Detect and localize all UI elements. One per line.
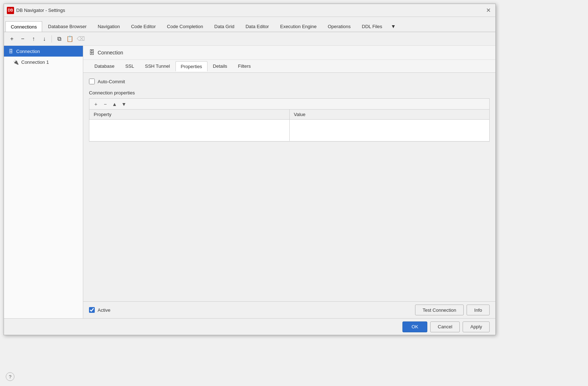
prop-add-button[interactable]: + [92, 100, 100, 108]
app-icon: DB [7, 7, 14, 14]
inner-tab-filters[interactable]: Filters [233, 61, 256, 71]
active-checkbox-row: Active [89, 307, 412, 313]
toolbar: + − ↑ ↓ ⧉ 📋 ⌫ [4, 32, 495, 46]
prop-move-up-button[interactable]: ▲ [110, 100, 119, 108]
bottom-bar: Active Test Connection Info [83, 301, 495, 318]
paste-button[interactable]: 📋 [65, 34, 75, 44]
window-title: DB Navigator - Settings [16, 8, 484, 13]
add-button[interactable]: + [7, 34, 17, 44]
help-button[interactable]: ? [6, 372, 14, 381]
main-content: 🗄 Connection 🔌 Connection 1 🗄 Connection… [4, 46, 495, 318]
active-label[interactable]: Active [98, 307, 110, 313]
section-label: Connection properties [89, 90, 490, 96]
test-connection-button[interactable]: Test Connection [415, 305, 464, 315]
properties-toolbar: + − ▲ ▼ [89, 99, 489, 110]
connection-header-title: Connection [98, 50, 123, 56]
value-column-header: Value [289, 110, 489, 120]
properties-container: + − ▲ ▼ Property Value [89, 98, 490, 142]
title-bar: DB DB Navigator - Settings ✕ [4, 4, 495, 17]
sidebar-item-connection1[interactable]: 🔌 Connection 1 [4, 57, 83, 67]
inner-tab-database[interactable]: Database [89, 61, 120, 71]
tab-navigation[interactable]: Navigation [92, 21, 125, 32]
tab-data-editor[interactable]: Data Editor [240, 21, 274, 32]
inner-tab-properties[interactable]: Properties [175, 61, 208, 71]
apply-button[interactable]: Apply [463, 321, 490, 332]
property-column-header: Property [89, 110, 289, 120]
prop-move-down-button[interactable]: ▼ [120, 100, 128, 108]
tab-ddl-files[interactable]: DDL Files [356, 21, 388, 32]
inner-tab-details[interactable]: Details [208, 61, 233, 71]
bottom-right-buttons: Test Connection Info [415, 305, 490, 315]
info-button[interactable]: Info [467, 305, 490, 315]
active-checkbox[interactable] [89, 307, 95, 313]
tab-connections[interactable]: Connections [5, 21, 42, 32]
empty-row [89, 120, 489, 141]
connection-header-icon: 🗄 [89, 49, 95, 56]
tab-bar: Connections Database Browser Navigation … [4, 17, 495, 32]
close-button[interactable]: ✕ [484, 6, 493, 15]
move-down-button[interactable]: ↓ [39, 34, 49, 44]
remove-button[interactable]: − [18, 34, 28, 44]
panel-content: Auto-Commit Connection properties + − ▲ … [83, 73, 495, 301]
inner-tab-bar: Database SSL SSH Tunnel Properties Detai… [83, 60, 495, 73]
auto-commit-row: Auto-Commit [89, 79, 490, 84]
auto-commit-label[interactable]: Auto-Commit [98, 79, 125, 84]
tab-overflow-button[interactable]: ▼ [388, 21, 399, 32]
inner-tab-ssl[interactable]: SSL [120, 61, 140, 71]
sidebar: 🗄 Connection 🔌 Connection 1 [4, 46, 83, 318]
sidebar-item-connection1-label: Connection 1 [21, 59, 49, 65]
copy-button[interactable]: ⧉ [54, 34, 64, 44]
prop-remove-button[interactable]: − [101, 100, 110, 108]
toolbar-separator [52, 35, 52, 43]
sidebar-item-connection[interactable]: 🗄 Connection [4, 46, 83, 57]
ok-button[interactable]: OK [402, 321, 427, 332]
right-panel: 🗄 Connection Database SSL SSH Tunnel Pro… [83, 46, 495, 318]
auto-commit-checkbox[interactable] [89, 79, 95, 84]
app-icon-text: DB [8, 8, 13, 12]
tab-execution-engine[interactable]: Execution Engine [275, 21, 322, 32]
dialog-footer: OK Cancel Apply [4, 318, 495, 335]
move-up-button[interactable]: ↑ [28, 34, 39, 44]
tab-code-editor[interactable]: Code Editor [126, 21, 161, 32]
connection1-icon: 🔌 [13, 59, 19, 65]
properties-table: Property Value [89, 110, 489, 141]
tab-data-grid[interactable]: Data Grid [209, 21, 240, 32]
delete-button[interactable]: ⌫ [76, 34, 86, 44]
connection-icon: 🗄 [8, 48, 14, 54]
cancel-button[interactable]: Cancel [430, 321, 460, 332]
tab-code-completion[interactable]: Code Completion [161, 21, 208, 32]
tab-operations[interactable]: Operations [322, 21, 356, 32]
sidebar-item-connection-label: Connection [16, 49, 40, 54]
inner-tab-ssh-tunnel[interactable]: SSH Tunnel [139, 61, 175, 71]
tab-database-browser[interactable]: Database Browser [43, 21, 92, 32]
connection-header: 🗄 Connection [83, 46, 495, 60]
